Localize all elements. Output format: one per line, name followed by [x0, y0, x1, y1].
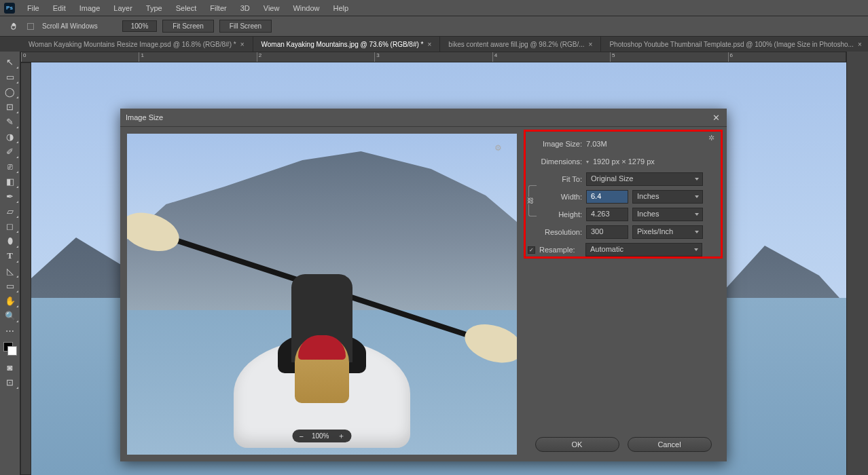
- zoom-out-icon[interactable]: −: [299, 432, 303, 440]
- document-tab-label: Photoshop Youtube Thumbnail Template.psd…: [609, 41, 853, 48]
- fit-to-dropdown[interactable]: Original Size: [586, 172, 703, 186]
- image-size-dialog: Image Size ✕ ⚙ − 100% ＋ ✲: [120, 109, 727, 461]
- zoom-in-icon[interactable]: ＋: [338, 431, 345, 441]
- preview-zoom-value: 100%: [312, 432, 329, 440]
- menu-file[interactable]: File: [20, 1, 46, 15]
- move-tool-icon[interactable]: ↖: [1, 54, 19, 69]
- document-tab[interactable]: Woman Kayaking Mountains.jpg @ 73.6% (RG…: [253, 37, 441, 52]
- link-constraint-bracket: ⛓: [528, 185, 537, 216]
- document-tab-label: Woman Kayaking Mountains Resize Image.ps…: [29, 41, 236, 48]
- menubar: Ps File Edit Image Layer Type Select Fil…: [0, 0, 868, 16]
- app-logo: Ps: [4, 3, 15, 14]
- ruler-mark: 0: [21, 52, 139, 62]
- document-tab-label: bikes content aware fill.jpg @ 98.2% (RG…: [448, 41, 584, 48]
- ruler-mark: 6: [728, 52, 846, 62]
- settings-pane: ✲ Image Size: 7.03M Dimensions: ▾ 1920 p…: [524, 127, 727, 461]
- close-icon[interactable]: ×: [240, 41, 245, 48]
- resolution-unit-dropdown[interactable]: Pixels/Inch: [632, 225, 703, 239]
- clone-tool-icon[interactable]: ⎚: [1, 159, 19, 174]
- eyedropper-tool-icon[interactable]: ✎: [1, 114, 19, 129]
- width-unit-dropdown[interactable]: Inches: [632, 190, 703, 204]
- marquee-tool-icon[interactable]: ▭: [1, 69, 19, 84]
- zoom-tool-icon[interactable]: 🔍: [1, 308, 19, 323]
- more-icon[interactable]: ⋯: [1, 323, 19, 338]
- dialog-titlebar[interactable]: Image Size ✕: [120, 109, 727, 127]
- resample-label: Resample:: [539, 246, 581, 254]
- ruler-mark: 3: [374, 52, 492, 62]
- gear-icon[interactable]: ✲: [708, 134, 715, 142]
- heal-tool-icon[interactable]: ◑: [1, 129, 19, 144]
- menu-image[interactable]: Image: [73, 1, 107, 15]
- resolution-label: Resolution:: [528, 228, 582, 236]
- document-tab-label: Woman Kayaking Mountains.jpg @ 73.6% (RG…: [261, 41, 424, 48]
- resample-dropdown[interactable]: Automatic: [585, 243, 702, 256]
- height-input[interactable]: 4.263: [586, 208, 628, 221]
- chevron-down-icon[interactable]: ▾: [586, 159, 589, 165]
- ruler-vertical: [20, 62, 31, 475]
- link-icon[interactable]: ⛓: [526, 197, 535, 204]
- preview-image[interactable]: ⚙ − 100% ＋: [127, 134, 517, 455]
- dimensions-label: Dimensions:: [528, 157, 582, 166]
- shape-tool-icon[interactable]: ◻: [1, 218, 19, 233]
- fit-screen-button[interactable]: Fit Screen: [162, 20, 214, 33]
- close-icon[interactable]: ×: [858, 41, 862, 48]
- image-size-value: 7.03M: [586, 140, 607, 148]
- menu-edit[interactable]: Edit: [46, 1, 73, 15]
- toolbox: ↖ ▭ ◯ ⊡ ✎ ◑ ✐ ⎚ ◧ ✒ ▱ ◻ ⬮ T ◺ ▭ ✋ 🔍 ⋯ ◙ …: [0, 52, 20, 475]
- menu-filter[interactable]: Filter: [203, 1, 233, 15]
- image-size-label: Image Size:: [528, 140, 582, 148]
- dimensions-value: 1920 px × 1279 px: [593, 157, 655, 166]
- close-icon[interactable]: ✕: [710, 112, 721, 123]
- settings-gear-icon[interactable]: ⚙: [494, 143, 502, 153]
- hand-tool-icon[interactable]: ✋: [1, 293, 19, 308]
- screenmode-icon[interactable]: ⊡: [1, 375, 19, 390]
- zoom-field[interactable]: 100%: [122, 20, 158, 32]
- hand-tool-icon[interactable]: [7, 19, 22, 34]
- menu-view[interactable]: View: [257, 1, 287, 15]
- pen-tool-icon[interactable]: ✒: [1, 189, 19, 204]
- ruler-mark: 4: [492, 52, 610, 62]
- scroll-all-label: Scroll All Windows: [42, 22, 98, 30]
- menu-layer[interactable]: Layer: [107, 1, 139, 15]
- document-tab[interactable]: bikes content aware fill.jpg @ 98.2% (RG…: [440, 37, 601, 52]
- height-unit-dropdown[interactable]: Inches: [632, 208, 703, 221]
- ruler-mark: 5: [610, 52, 727, 62]
- resample-checkbox[interactable]: ✓: [528, 246, 535, 254]
- menu-3d[interactable]: 3D: [234, 1, 257, 15]
- type-tool-icon[interactable]: T: [1, 248, 19, 263]
- document-tab[interactable]: Woman Kayaking Mountains Resize Image.ps…: [20, 37, 253, 52]
- resolution-input[interactable]: 300: [586, 225, 628, 239]
- cancel-button[interactable]: Cancel: [628, 437, 712, 452]
- document-tab[interactable]: Photoshop Youtube Thumbnail Template.psd…: [601, 37, 868, 52]
- color-swatches[interactable]: [3, 342, 17, 356]
- rect-tool-icon[interactable]: ▭: [1, 278, 19, 293]
- preview-pane: ⚙ − 100% ＋: [120, 127, 524, 461]
- menu-help[interactable]: Help: [327, 1, 356, 15]
- dialog-title: Image Size: [126, 113, 163, 121]
- ruler-horizontal: 0 1 2 3 4 5 6: [20, 52, 846, 62]
- scroll-all-checkbox[interactable]: [27, 23, 34, 30]
- ruler-mark: 1: [139, 52, 256, 62]
- close-icon[interactable]: ×: [428, 41, 432, 48]
- right-panel-dock[interactable]: [846, 52, 868, 475]
- brush-tool-icon[interactable]: ✐: [1, 144, 19, 159]
- menu-window[interactable]: Window: [286, 1, 326, 15]
- ok-button[interactable]: OK: [535, 437, 619, 452]
- gradient-tool-icon[interactable]: ◧: [1, 174, 19, 189]
- fill-screen-button[interactable]: Fill Screen: [219, 20, 272, 33]
- menu-type[interactable]: Type: [139, 1, 169, 15]
- close-icon[interactable]: ×: [589, 41, 593, 48]
- options-bar: Scroll All Windows 100% Fit Screen Fill …: [0, 16, 868, 37]
- preview-zoom-control[interactable]: − 100% ＋: [292, 430, 351, 442]
- width-input[interactable]: 6.4: [586, 190, 628, 204]
- ruler-mark: 2: [257, 52, 374, 62]
- path-tool-icon[interactable]: ◺: [1, 263, 19, 278]
- menu-select[interactable]: Select: [169, 1, 204, 15]
- crop-tool-icon[interactable]: ⊡: [1, 99, 19, 114]
- fit-to-label: Fit To:: [528, 175, 582, 183]
- dodge-tool-icon[interactable]: ⬮: [1, 233, 19, 248]
- lasso-tool-icon[interactable]: ◯: [1, 84, 19, 99]
- quickmask-icon[interactable]: ◙: [1, 360, 19, 375]
- tab-bar: Woman Kayaking Mountains Resize Image.ps…: [0, 37, 868, 52]
- eraser-tool-icon[interactable]: ▱: [1, 204, 19, 218]
